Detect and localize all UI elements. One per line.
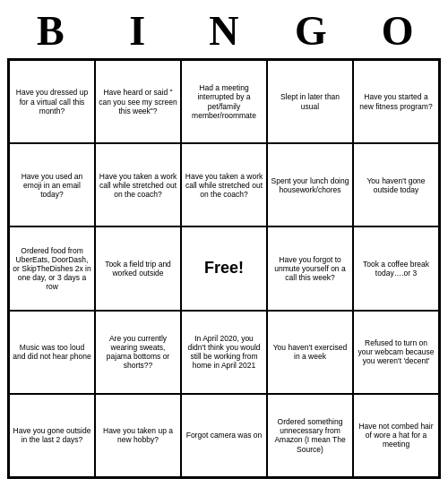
bingo-cell[interactable]: Took a field trip and worked outside <box>95 226 181 310</box>
letter-n: N <box>185 7 263 55</box>
bingo-cell[interactable]: In April 2020, you didn't think you woul… <box>181 311 267 394</box>
bingo-cell[interactable]: Have you forgot to unmute yourself on a … <box>267 226 353 310</box>
bingo-cell[interactable]: Ordered something unnecessary from Amazo… <box>267 394 353 477</box>
bingo-cell[interactable]: Have you taken up a new hobby? <box>95 394 181 477</box>
letter-g: G <box>272 7 349 55</box>
bingo-cell[interactable]: Have you taken a work call while stretch… <box>181 143 267 226</box>
bingo-cell[interactable]: Took a coffee break today….or 3 <box>353 226 439 310</box>
bingo-cell[interactable]: Have you gone outside in the last 2 days… <box>9 394 95 477</box>
bingo-cell[interactable]: Ordered food from UberEats, DoorDash, or… <box>9 226 95 310</box>
bingo-cell[interactable]: Have you used an emoji in an email today… <box>9 143 95 226</box>
bingo-cell[interactable]: Are you currently wearing sweats, pajama… <box>95 311 181 394</box>
bingo-cell[interactable]: Have you started a new fitness program? <box>353 60 439 143</box>
letter-o: O <box>359 7 436 55</box>
bingo-cell[interactable]: Free! <box>181 226 267 310</box>
bingo-cell[interactable]: Have not combed hair of wore a hat for a… <box>353 394 439 477</box>
letter-i: I <box>99 7 176 55</box>
bingo-title-row: B I N G O <box>7 7 441 55</box>
bingo-cell[interactable]: You haven't exercised in a week <box>267 311 353 394</box>
bingo-cell[interactable]: Have you dressed up for a virtual call t… <box>9 60 95 143</box>
bingo-cell[interactable]: Refused to turn on your webcam because y… <box>353 311 439 394</box>
bingo-cell[interactable]: Had a meeting interrupted by a pet/famil… <box>181 60 267 143</box>
bingo-cell[interactable]: Have you taken a work call while stretch… <box>95 143 181 226</box>
bingo-cell[interactable]: Slept in later than usual <box>267 60 353 143</box>
bingo-cell[interactable]: Have heard or said " can you see my scre… <box>95 60 181 143</box>
letter-b: B <box>12 7 89 55</box>
bingo-grid: Have you dressed up for a virtual call t… <box>7 58 441 479</box>
bingo-cell[interactable]: Forgot camera was on <box>181 394 267 477</box>
bingo-cell[interactable]: You haven't gone outside today <box>353 143 439 226</box>
bingo-cell[interactable]: Music was too loud and did not hear phon… <box>9 311 95 394</box>
bingo-cell[interactable]: Spent your lunch doing housework/chores <box>267 143 353 226</box>
